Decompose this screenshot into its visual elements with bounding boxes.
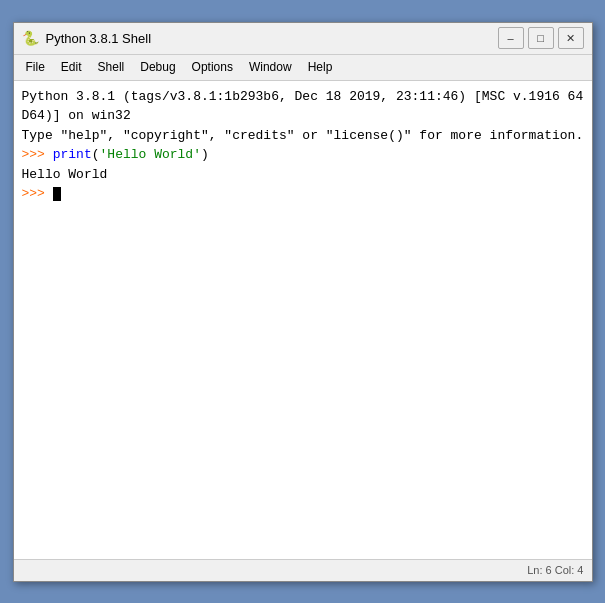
code-keyword: print <box>53 147 92 162</box>
menu-help[interactable]: Help <box>300 57 341 77</box>
cursor <box>53 187 61 201</box>
menu-window[interactable]: Window <box>241 57 300 77</box>
output-hello-world: Hello World <box>22 165 584 185</box>
shell-content[interactable]: Python 3.8.1 (tags/v3.8.1:1b293b6, Dec 1… <box>14 81 592 559</box>
status-text: Ln: 6 Col: 4 <box>527 564 583 576</box>
output-line-2: D64)] on win32 <box>22 106 584 126</box>
output-line-1: Python 3.8.1 (tags/v3.8.1:1b293b6, Dec 1… <box>22 87 584 107</box>
prompt-symbol-1: >>> <box>22 147 53 162</box>
window-controls: – □ ✕ <box>498 27 584 49</box>
menu-bar: File Edit Shell Debug Options Window Hel… <box>14 55 592 81</box>
menu-shell[interactable]: Shell <box>90 57 133 77</box>
menu-edit[interactable]: Edit <box>53 57 90 77</box>
code-paren-open: ( <box>92 147 100 162</box>
minimize-button[interactable]: – <box>498 27 524 49</box>
title-bar: 🐍 Python 3.8.1 Shell – □ ✕ <box>14 23 592 55</box>
code-string: 'Hello World' <box>100 147 201 162</box>
menu-file[interactable]: File <box>18 57 53 77</box>
code-paren-close: ) <box>201 147 209 162</box>
prompt-line-1: >>> print('Hello World') <box>22 145 584 165</box>
window-title: Python 3.8.1 Shell <box>46 31 498 46</box>
python-icon: 🐍 <box>22 29 40 47</box>
menu-options[interactable]: Options <box>184 57 241 77</box>
prompt-symbol-2: >>> <box>22 186 53 201</box>
menu-debug[interactable]: Debug <box>132 57 183 77</box>
output-line-3: Type "help", "copyright", "credits" or "… <box>22 126 584 146</box>
status-bar: Ln: 6 Col: 4 <box>14 559 592 581</box>
close-button[interactable]: ✕ <box>558 27 584 49</box>
prompt-line-2: >>> <box>22 184 584 204</box>
python-shell-window: 🐍 Python 3.8.1 Shell – □ ✕ File Edit She… <box>13 22 593 582</box>
maximize-button[interactable]: □ <box>528 27 554 49</box>
